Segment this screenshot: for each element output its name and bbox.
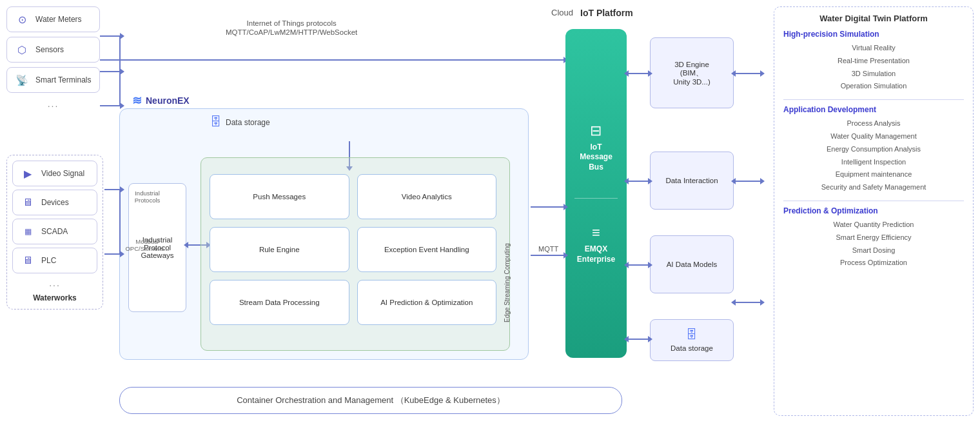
ai-prediction-box: AI Prediction & Optimization [357,280,497,325]
emqx-enterprise-icon: ≡ [577,224,615,241]
terminals-to-edge-arrow [100,105,121,106]
rp-sim-1: Real-time Presentation [783,55,964,68]
smart-terminals-icon: 📡 [14,72,30,88]
rp-appdev-0: Process Analysis [783,117,964,130]
rp-divider-1 [783,99,964,100]
iot-protocols-values: MQTT/CoAP/LwM2M/HTTP/WebSocket [226,28,357,36]
computing-to-emqx-arrow [531,206,564,208]
rp-pred-2: Smart Dosing [783,244,964,257]
rp-sim-0: Virtual Reality [783,42,964,55]
iot-message-bus-title: IoTMessageBus [580,143,612,173]
box-ai-data-models: AI Data Models [650,235,734,293]
device-smart-terminals: 📡 Smart Terminals [6,67,100,93]
cloud-text: Cloud [551,8,573,17]
box-data-interaction: Data Interaction [650,152,734,210]
rp-to-datainteraction-arrow [735,181,761,182]
iot-protocols-label: Internet of Things protocols MQTT/CoAP/L… [226,19,357,36]
rp-section-simulation: High-precision Simulation Virtual Realit… [783,30,964,93]
rp-pred-3: Process Optimization [783,257,964,270]
rp-section-prediction: Prediction & Optimization Water Quantity… [783,206,964,270]
waterworks-to-ipg-arrow2 [104,253,121,255]
rp-prediction-title: Prediction & Optimization [783,206,964,215]
industrial-protocols-label: Industrial Protocols [123,190,172,204]
top-dots: ... [6,97,100,112]
emqx-to-datastorage-arrow [628,339,649,340]
rp-appdev-items: Process Analysis Water Quality Managemen… [783,117,964,194]
box-3d-engine: 3D Engine(BIM、Unity 3D...) [650,37,734,108]
exception-event-handling-label: Exception Event Handling [384,246,469,253]
stream-data-processing-box: Stream Data Processing [210,280,349,325]
sensors-to-edge-arrow [100,71,121,72]
data-interaction-label: Data Interaction [665,177,718,184]
top-devices-panel: ⊙ Water Meters ⬡ Sensors 📡 Smart Termina… [6,6,100,112]
sensors-icon: ⬡ [14,41,30,58]
push-messages-label: Push Messages [253,193,306,201]
waterworks-label: Waterworks [12,293,97,302]
neuronex-label: ≋ NeuronEX [132,93,190,108]
edge-to-emqx-arrow [531,255,564,256]
right-panel: Water Digital Twin Platform High-precisi… [774,6,974,416]
data-storage-top-label: Data storage [226,118,270,127]
emqx-divider [574,198,618,199]
smart-terminals-label: Smart Terminals [35,75,91,84]
device-water-meters: ⊙ Water Meters [6,6,100,32]
device-sensors: ⬡ Sensors [6,37,100,63]
rule-engine-label: Rule Engine [259,246,300,253]
modules-grid: Push Messages Video Analytics Rule Engin… [210,174,496,325]
exception-event-handling-box: Exception Event Handling [357,227,497,272]
rp-sim-3: Operation Simulation [783,80,964,93]
rp-prediction-items: Water Quantity Prediction Smart Energy E… [783,219,964,270]
rp-appdev-3: Intelligent Inspection [783,156,964,169]
iot-protocols-title: Internet of Things protocols [226,19,357,27]
iot-arrow [100,59,564,61]
emqx-column: ⊟ IoTMessageBus ≡ EMQXEnterprise [565,29,627,358]
edge-box: 🗄 Data storage Industrial Protocol Gatew… [119,108,529,360]
rp-appdev-title: Application Development [783,105,964,114]
rp-appdev-2: Energy Consumption Analysis [783,143,964,156]
scada-icon: ▦ [19,223,36,240]
device-video-signal: ▶ Video Signal [12,161,97,186]
neuronex-text: NeuronEX [146,95,190,106]
right-panel-title: Water Digital Twin Platform [783,14,964,23]
rp-section-appdev: Application Development Process Analysis… [783,105,964,194]
data-storage-icon-right: 🗄 [686,328,698,342]
iot-platform-text: IoT Platform [580,8,633,18]
data-storage-top: 🗄 Data storage [210,115,605,129]
video-analytics-box: Video Analytics [357,174,497,219]
emqx-enterprise-title: EMQXEnterprise [577,244,615,264]
waterworks-dots: ... [12,277,97,291]
iot-message-bus-icon: ⊟ [580,123,612,139]
industrial-protocols-text: Industrial Protocols [135,190,161,204]
plc-icon: 🖥 [19,252,36,269]
iot-platform-label: IoT Platform [580,8,633,18]
device-scada: ▦ SCADA [12,219,97,244]
container-bar-label: Container Orchestration and Management （… [237,395,505,406]
edge-streaming-label: Edge Streaming Computing [504,193,511,322]
devices-label: Devices [41,198,69,207]
mqtt-label: MQTT [538,245,558,253]
stream-data-processing-label: Stream Data Processing [239,299,320,306]
db-icon-top: 🗄 [210,115,222,129]
data-storage-right-label: Data storage [671,344,713,352]
modbus-protocols-label: Modbus/OPC/Siemens... [123,238,172,252]
ai-data-models-label: AI Data Models [667,261,718,268]
rp-simulation-title: High-precision Simulation [783,30,964,39]
rp-simulation-items: Virtual Reality Real-time Presentation 3… [783,42,964,93]
ai-prediction-label: AI Prediction & Optimization [380,299,473,306]
emqx-to-datainteraction-arrow [628,181,649,182]
devices-vertical-line [119,35,121,105]
water-meters-icon: ⊙ [14,11,30,28]
rp-pred-0: Water Quantity Prediction [783,219,964,231]
mqtt-text: MQTT [538,245,558,253]
watermeter-to-edge-arrow [100,35,121,37]
3d-engine-label: 3D Engine(BIM、Unity 3D...) [673,61,710,86]
devices-icon: 🖥 [19,194,36,211]
rp-to-3dengine-arrow [735,73,761,74]
iot-message-bus-section: ⊟ IoTMessageBus [576,116,616,179]
waterworks-box: ▶ Video Signal 🖥 Devices ▦ SCADA 🖥 PLC .… [6,155,103,310]
video-signal-icon: ▶ [19,165,36,182]
rp-appdev-1: Water Quality Management [783,130,964,143]
main-container: { "title": "Water Digital Twin Platform … [0,0,980,423]
water-meters-label: Water Meters [35,15,82,24]
push-messages-box: Push Messages [210,174,349,219]
